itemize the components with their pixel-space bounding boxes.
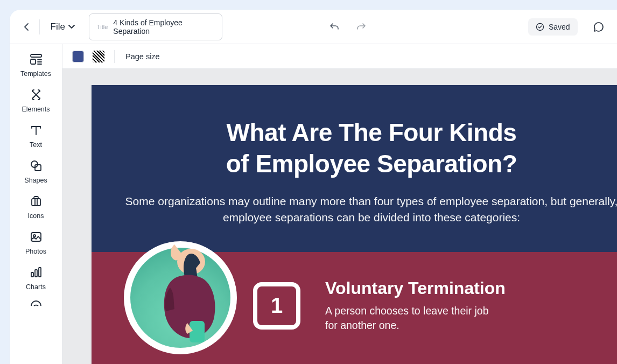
- shapes-icon: [29, 158, 44, 173]
- sidebar-item-label: Templates: [20, 70, 51, 78]
- sidebar-item-label: Icons: [28, 212, 44, 220]
- back-button[interactable]: [22, 20, 32, 33]
- svg-rect-11: [31, 272, 33, 277]
- svg-rect-2: [31, 59, 36, 64]
- saved-label: Saved: [549, 23, 570, 31]
- sidebar-item-icons[interactable]: Icons: [10, 194, 62, 220]
- main: Templates Elements Text Shapes: [10, 44, 617, 364]
- sidebar-item-photos[interactable]: Photos: [10, 229, 62, 255]
- sidebar-item-label: Charts: [26, 283, 46, 291]
- page-size-button[interactable]: Page size: [125, 52, 160, 61]
- undo-button[interactable]: [329, 19, 341, 34]
- svg-rect-1: [31, 54, 41, 57]
- svg-rect-8: [32, 199, 40, 206]
- section1-number-card[interactable]: 1: [253, 282, 300, 330]
- document[interactable]: What Are The Four Kinds of Employee Sepa…: [92, 85, 617, 364]
- hero-title[interactable]: What Are The Four Kinds of Employee Sepa…: [124, 117, 617, 179]
- section1-body[interactable]: A person chooses to leave their job for …: [325, 304, 506, 333]
- elements-icon: [29, 87, 44, 102]
- section1-illustration[interactable]: [124, 257, 242, 354]
- sidebar-item-shapes[interactable]: Shapes: [10, 158, 62, 184]
- saved-indicator[interactable]: Saved: [528, 18, 578, 36]
- hero-section[interactable]: What Are The Four Kinds of Employee Sepa…: [92, 85, 617, 252]
- comment-button[interactable]: [593, 19, 605, 35]
- canvas-column: Page size What Are The Four Kinds of Emp…: [62, 44, 617, 364]
- svg-point-0: [536, 23, 543, 30]
- sidebar-item-label: Text: [30, 141, 42, 149]
- app-window: File Title 4 Kinds of Employee Separatio…: [10, 10, 617, 364]
- sidebar-item-text[interactable]: Text: [10, 123, 62, 149]
- hero-subtitle[interactable]: Some organizations may outline many more…: [124, 193, 617, 226]
- svg-rect-7: [35, 165, 41, 171]
- divider: [114, 50, 115, 63]
- divider: [39, 19, 40, 34]
- sidebar-item-label: Photos: [25, 248, 46, 255]
- svg-rect-13: [39, 268, 41, 277]
- file-menu-label: File: [51, 22, 65, 32]
- svg-rect-9: [31, 233, 41, 241]
- hero-title-line2: of Employee Separation?: [226, 150, 517, 178]
- sidebar-item-templates[interactable]: Templates: [10, 52, 62, 78]
- options-bar: Page size: [62, 44, 617, 69]
- topbar: File Title 4 Kinds of Employee Separatio…: [10, 10, 617, 44]
- chat-icon: [593, 21, 605, 33]
- section-1[interactable]: 1 Voluntary Termination A person chooses…: [92, 252, 617, 364]
- title-text: 4 Kinds of Employee Separation: [113, 18, 214, 36]
- section1-title[interactable]: Voluntary Termination: [325, 278, 506, 298]
- svg-point-10: [33, 235, 36, 237]
- person-illustration: [140, 237, 237, 355]
- charts-icon: [29, 265, 44, 280]
- svg-rect-12: [35, 270, 37, 277]
- sidebar-item-elements[interactable]: Elements: [10, 87, 62, 113]
- redo-button[interactable]: [355, 19, 367, 34]
- fill-color-swatch[interactable]: [72, 51, 84, 62]
- icons-icon: [29, 194, 44, 209]
- title-prefix: Title: [97, 24, 108, 30]
- sidebar-item-label: Shapes: [24, 177, 47, 184]
- templates-icon: [29, 52, 44, 67]
- photos-icon: [29, 229, 44, 244]
- title-input[interactable]: Title 4 Kinds of Employee Separation: [89, 13, 222, 40]
- hero-title-line1: What Are The Four Kinds: [227, 118, 517, 146]
- sidebar-item-label: Elements: [22, 106, 50, 113]
- section1-number: 1: [271, 293, 283, 318]
- svg-rect-15: [190, 321, 205, 342]
- chevron-down-icon: [68, 25, 75, 29]
- sidebar: Templates Elements Text Shapes: [10, 44, 62, 364]
- globe-icon: [29, 298, 44, 313]
- check-circle-icon: [536, 23, 544, 31]
- sidebar-item-charts[interactable]: Charts: [10, 265, 62, 291]
- text-icon: [29, 123, 44, 138]
- svg-point-6: [31, 161, 38, 167]
- file-menu[interactable]: File: [47, 19, 78, 34]
- canvas[interactable]: What Are The Four Kinds of Employee Sepa…: [62, 69, 617, 364]
- sidebar-item-more[interactable]: [10, 298, 62, 313]
- pattern-swatch[interactable]: [93, 51, 104, 62]
- section1-text[interactable]: Voluntary Termination A person chooses t…: [325, 278, 506, 333]
